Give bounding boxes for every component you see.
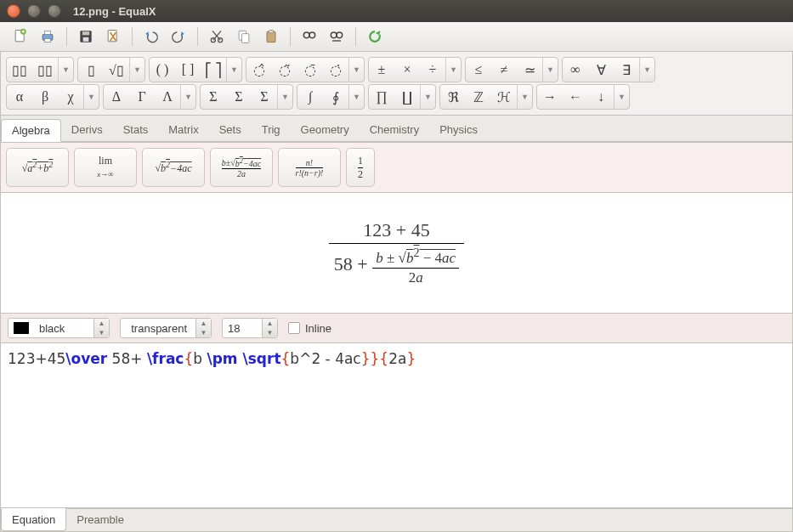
foreground-color-combo[interactable]: black ▲▼ xyxy=(8,318,110,338)
symbol-frac-boxes-item[interactable]: ▯▯ xyxy=(32,58,58,82)
template-sqrt-disc[interactable]: √b2−4ac xyxy=(142,148,205,187)
symbol-sets-item[interactable]: ℋ xyxy=(491,85,517,109)
source-token[interactable]: \pm \sqrt xyxy=(207,350,280,367)
source-token[interactable]: { xyxy=(281,350,291,367)
combo-stepper-icon[interactable]: ▲▼ xyxy=(195,319,211,337)
symbol-accents-item[interactable]: ◌̂ xyxy=(246,58,272,82)
symbol-delims-item[interactable]: ⎡ ⎤ xyxy=(201,58,226,82)
symbol-arrows-item[interactable]: ← xyxy=(563,85,588,109)
template-quadratic[interactable]: b±√b2−4ac2a xyxy=(210,148,273,187)
symbol-accents-item[interactable]: ◌̇ xyxy=(323,58,348,82)
symbol-sets-item[interactable]: ℜ xyxy=(440,85,466,109)
symbol-delims-item[interactable]: [ ] xyxy=(175,58,201,82)
symbol-rel-item[interactable]: ≠ xyxy=(491,58,517,82)
template-limit[interactable]: limx→∞ xyxy=(74,148,137,187)
source-token[interactable]: }}{ xyxy=(361,350,388,367)
dropdown-arrow-icon[interactable]: ▼ xyxy=(129,58,144,82)
dropdown-arrow-icon[interactable]: ▼ xyxy=(277,85,292,109)
symbol-frac-boxes-item[interactable]: ▯▯ xyxy=(7,58,32,82)
symbol-ops-item[interactable]: ± xyxy=(369,58,394,82)
template-sqrt-a2b2[interactable]: √a2+b2 xyxy=(6,148,69,187)
tab-algebra[interactable]: Algebra xyxy=(1,119,61,142)
print-button[interactable] xyxy=(36,25,59,48)
cut-button[interactable] xyxy=(205,25,229,48)
window-maximize-button[interactable] xyxy=(48,4,61,18)
copy-button[interactable] xyxy=(232,25,256,48)
symbol-sum-sub-item[interactable]: √▯ xyxy=(104,58,129,82)
tab-equation[interactable]: Equation xyxy=(1,508,66,531)
source-token[interactable]: \frac xyxy=(147,350,184,367)
tab-sets[interactable]: Sets xyxy=(209,119,252,141)
symbol-logic-item[interactable]: ∞ xyxy=(563,58,588,82)
symbol-prod-item[interactable]: ∏ xyxy=(369,85,394,109)
symbol-greek-item[interactable]: α xyxy=(7,85,32,109)
source-token[interactable]: \over xyxy=(65,350,107,367)
symbol-greek-item[interactable]: β xyxy=(32,85,58,109)
symbol-greek-upper-item[interactable]: Γ xyxy=(129,85,155,109)
source-token[interactable]: b^2 - 4ac xyxy=(290,350,360,367)
dropdown-arrow-icon[interactable]: ▼ xyxy=(517,85,532,109)
combo-stepper-icon[interactable]: ▲▼ xyxy=(262,319,277,337)
source-token[interactable]: b xyxy=(193,350,207,367)
dropdown-arrow-icon[interactable]: ▼ xyxy=(58,58,73,82)
symbol-accents-item[interactable]: ◌̃ xyxy=(272,58,297,82)
dropdown-arrow-icon[interactable]: ▼ xyxy=(542,58,558,82)
redo-button[interactable] xyxy=(167,25,190,48)
symbol-logic-item[interactable]: ∃ xyxy=(614,58,639,82)
symbol-rel-item[interactable]: ≤ xyxy=(466,58,491,82)
source-token[interactable]: 123+45 xyxy=(8,350,65,367)
dropdown-arrow-icon[interactable]: ▼ xyxy=(348,85,364,109)
tab-chemistry[interactable]: Chemistry xyxy=(360,119,430,141)
symbol-sets-item[interactable]: ℤ xyxy=(466,85,491,109)
dropdown-arrow-icon[interactable]: ▼ xyxy=(614,85,629,109)
symbol-bigops-item[interactable]: Σ xyxy=(201,85,226,109)
latex-source-editor[interactable]: 123+45\over 58+ \frac{b \pm \sqrt{b^2 - … xyxy=(0,343,793,508)
symbol-greek-upper-item[interactable]: Δ xyxy=(104,85,129,109)
dropdown-arrow-icon[interactable]: ▼ xyxy=(180,85,195,109)
symbol-bigops-item[interactable]: Σ xyxy=(226,85,252,109)
symbol-ops-item[interactable]: ÷ xyxy=(420,58,445,82)
source-token[interactable]: 2a xyxy=(388,350,406,367)
undo-button[interactable] xyxy=(139,25,163,48)
symbol-accents-item[interactable]: ◌̄ xyxy=(297,58,323,82)
source-token[interactable]: } xyxy=(406,350,416,367)
new-button[interactable] xyxy=(8,25,32,48)
tab-trig[interactable]: Trig xyxy=(252,119,291,141)
tab-geometry[interactable]: Geometry xyxy=(291,119,360,141)
find-button[interactable] xyxy=(297,25,321,48)
symbol-integrals-item[interactable]: ∫ xyxy=(297,85,323,109)
dropdown-arrow-icon[interactable]: ▼ xyxy=(226,58,241,82)
dropdown-arrow-icon[interactable]: ▼ xyxy=(445,58,461,82)
background-color-combo[interactable]: transparent ▲▼ xyxy=(120,318,212,338)
tab-derivs[interactable]: Derivs xyxy=(61,119,113,141)
save-button[interactable] xyxy=(74,25,98,48)
symbol-sum-sub-item[interactable]: ▯ xyxy=(78,58,104,82)
tab-matrix[interactable]: Matrix xyxy=(158,119,208,141)
dropdown-arrow-icon[interactable]: ▼ xyxy=(348,58,364,82)
symbol-arrows-item[interactable]: ↓ xyxy=(588,85,614,109)
font-size-spinner[interactable]: 18 ▲▼ xyxy=(222,318,278,338)
symbol-greek-item[interactable]: χ xyxy=(58,85,83,109)
tab-physics[interactable]: Physics xyxy=(429,119,488,141)
symbol-ops-item[interactable]: × xyxy=(394,58,420,82)
source-token[interactable]: { xyxy=(184,350,193,367)
export-button[interactable] xyxy=(101,25,125,48)
symbol-rel-item[interactable]: ≃ xyxy=(517,58,542,82)
symbol-prod-item[interactable]: ∐ xyxy=(394,85,420,109)
refresh-button[interactable] xyxy=(363,25,387,48)
dropdown-arrow-icon[interactable]: ▼ xyxy=(639,58,654,82)
symbol-arrows-item[interactable]: → xyxy=(537,85,563,109)
symbol-greek-upper-item[interactable]: Λ xyxy=(155,85,180,109)
window-close-button[interactable] xyxy=(7,4,20,18)
paste-button[interactable] xyxy=(259,25,283,48)
template-combination[interactable]: n!r!(n−r)! xyxy=(278,148,341,187)
symbol-logic-item[interactable]: ∀ xyxy=(588,58,614,82)
find-replace-button[interactable] xyxy=(325,25,348,48)
inline-checkbox[interactable] xyxy=(288,322,300,334)
tab-stats[interactable]: Stats xyxy=(113,119,159,141)
dropdown-arrow-icon[interactable]: ▼ xyxy=(420,85,435,109)
symbol-delims-item[interactable]: ( ) xyxy=(150,58,175,82)
source-token[interactable]: 58+ xyxy=(107,350,147,367)
window-minimize-button[interactable] xyxy=(27,4,41,18)
tab-preamble[interactable]: Preamble xyxy=(66,509,134,531)
